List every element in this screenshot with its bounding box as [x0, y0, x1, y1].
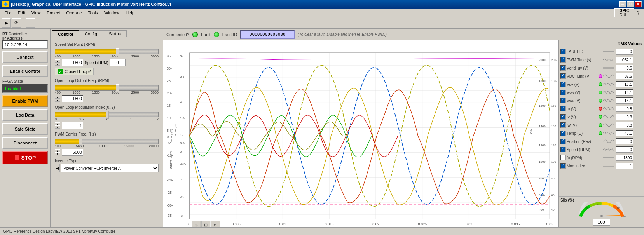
menu-bar: File Edit View Project Operate Tools Win… — [0, 9, 644, 17]
fault-led — [214, 32, 219, 37]
svg-text:0: 0 — [579, 215, 580, 218]
open-loop-freq-up[interactable]: ▲ — [55, 96, 60, 99]
status-text: GPIC Reference Design LabVIEW 2013 SP1.l… — [3, 229, 115, 233]
maximize-button[interactable]: □ — [627, 1, 634, 7]
rms-name-6: Vwu (V) — [567, 99, 598, 103]
pwm-freq-track[interactable] — [55, 139, 159, 144]
rms-checkbox-7[interactable] — [560, 106, 566, 111]
safe-state-button[interactable]: Safe State — [2, 123, 48, 135]
tab-control[interactable]: Control — [52, 30, 79, 37]
speed-setpoint-down[interactable]: ▼ — [55, 63, 60, 66]
rms-checkbox-14[interactable] — [560, 163, 566, 169]
rms-value-9: 0.8 — [616, 122, 633, 128]
svg-text:0.03: 0.03 — [466, 222, 473, 226]
mod-index-down[interactable]: ▼ — [55, 125, 60, 129]
gpic-gui-button[interactable]: GPICGUI — [614, 8, 634, 17]
rms-checkbox-10[interactable] — [560, 131, 566, 136]
rms-row-2: Vgrid_uv (V)0.6 — [560, 64, 642, 72]
pwm-freq-up[interactable]: ▲ — [55, 149, 60, 152]
closed-loop-check[interactable]: ✓ Closed Loop? — [55, 68, 94, 75]
mod-index-value[interactable] — [62, 122, 83, 129]
inverter-type-select[interactable]: Power Converter RCP: Inverter A — [61, 164, 159, 172]
rms-checkbox-1[interactable] — [560, 57, 566, 63]
speed-setpoint-track[interactable] — [55, 49, 159, 54]
inverter-prev-button[interactable]: ◀ — [55, 164, 60, 172]
enable-pwm-button[interactable]: Enable PWM — [2, 95, 48, 107]
svg-text:-3-: -3- — [180, 214, 184, 218]
fpga-state-display: Enabled — [2, 84, 48, 93]
mod-index-spinner[interactable]: ▲ ▼ — [55, 122, 60, 129]
run-button[interactable]: ▶ — [2, 18, 11, 28]
svg-text:800-: 800- — [539, 177, 545, 180]
rms-wave-12 — [603, 147, 615, 152]
menu-project[interactable]: Project — [44, 10, 63, 16]
fault-id-input[interactable]: 00000000000000 — [240, 30, 295, 39]
slip-value-input[interactable] — [593, 219, 610, 226]
mod-index-thumb[interactable] — [106, 111, 109, 119]
rms-checkbox-8[interactable] — [560, 114, 566, 120]
pwm-freq-down[interactable]: ▼ — [55, 152, 60, 155]
svg-text:-0.5-: -0.5- — [180, 162, 187, 166]
speed-setpoint-value[interactable]: 1800 — [62, 59, 83, 66]
menu-edit[interactable]: Edit — [15, 10, 28, 16]
stop-button[interactable]: STOP — [2, 151, 48, 164]
pwm-freq-spinner[interactable]: ▲ ▼ — [55, 149, 60, 155]
open-loop-freq-spinner[interactable]: ▲ ▼ — [55, 96, 60, 102]
pwm-freq-thumb[interactable] — [79, 138, 82, 146]
rms-led-6 — [599, 99, 602, 103]
main-chart[interactable]: 35- 30- 25- 20- 15- 10- 5- 0- -5- -10- -… — [163, 40, 558, 227]
run-continuously-button[interactable]: ⟳ — [12, 18, 21, 28]
close-button[interactable]: ✕ — [635, 1, 642, 7]
right-panel: RMS Values FAULT ID0PWM Time (s)1052.1Vg… — [558, 40, 644, 227]
rms-checkbox-12[interactable] — [560, 147, 566, 152]
speed-setpoint-spinner[interactable]: ▲ ▼ — [55, 59, 60, 66]
rms-checkbox-3[interactable] — [560, 73, 566, 79]
open-loop-freq-track[interactable] — [55, 85, 159, 91]
open-loop-freq-value[interactable] — [62, 95, 83, 102]
mod-index-up[interactable]: ▲ — [55, 122, 60, 125]
mod-index-track[interactable] — [55, 112, 159, 117]
menu-tools[interactable]: Tools — [85, 10, 101, 16]
disconnect-button[interactable]: Disconnect — [2, 137, 48, 149]
rms-name-11: Position (Rev) — [567, 139, 598, 144]
pause-button[interactable]: ⏸ — [26, 18, 35, 28]
rms-checkbox-11[interactable] — [560, 139, 566, 144]
tab-status[interactable]: Status — [103, 30, 127, 37]
svg-text:-2-: -2- — [180, 195, 184, 199]
svg-point-99 — [600, 215, 603, 217]
pwm-freq-value[interactable] — [62, 149, 83, 156]
connect-button[interactable]: Connect — [2, 51, 48, 63]
toolbar: ▶ ⟳ ⏸ — [0, 17, 644, 29]
open-loop-freq-thumb[interactable] — [116, 84, 119, 92]
speed-setpoint-label: Speed Set Point (RPM) — [55, 42, 159, 47]
rms-checkbox-13[interactable] — [560, 155, 566, 160]
rms-checkbox-0[interactable] — [560, 49, 566, 54]
help-icon[interactable]: ? — [634, 9, 642, 17]
rms-checkbox-6[interactable] — [560, 98, 566, 103]
rms-checkbox-9[interactable] — [560, 122, 566, 128]
ip-address-input[interactable]: 10.2.225.24 — [2, 40, 48, 49]
speed-rpm-value[interactable]: 0 — [110, 59, 126, 66]
inverter-type-section: Inverter Type ◀ Power Converter RCP: Inv… — [55, 159, 159, 172]
speed-setpoint-input-row: ▲ ▼ 1800 Speed (RPM) 0 — [55, 59, 159, 66]
menu-operate[interactable]: Operate — [63, 10, 85, 16]
rms-value-10: 45.1 — [616, 130, 633, 136]
menu-help[interactable]: Help — [122, 10, 138, 16]
menu-file[interactable]: File — [2, 10, 15, 16]
svg-line-98 — [602, 215, 621, 216]
rms-checkbox-5[interactable] — [560, 90, 566, 95]
fault-note: (To clear a fault, Disable and then re-E… — [298, 32, 387, 37]
rms-checkbox-2[interactable] — [560, 65, 566, 71]
minimize-button[interactable]: ─ — [619, 1, 626, 7]
log-data-button[interactable]: Log Data — [2, 109, 48, 121]
speed-setpoint-thumb[interactable] — [116, 48, 119, 56]
menu-window[interactable]: Window — [101, 10, 122, 16]
rms-checkbox-4[interactable] — [560, 82, 566, 87]
menu-view[interactable]: View — [28, 10, 44, 16]
svg-text:30-: 30- — [167, 66, 172, 70]
enable-control-button[interactable]: Enable Control — [2, 65, 48, 77]
tab-config[interactable]: Config — [79, 30, 103, 37]
open-loop-freq-down[interactable]: ▼ — [55, 99, 60, 102]
middle-panel: Control Config Status Speed Set Point (R… — [51, 29, 163, 227]
speed-setpoint-up[interactable]: ▲ — [55, 59, 60, 63]
